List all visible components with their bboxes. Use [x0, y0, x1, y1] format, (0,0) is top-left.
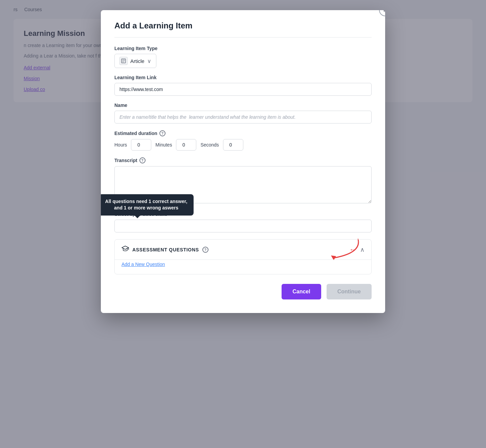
hours-input[interactable]: [131, 139, 151, 151]
assessment-title: ASSESSMENT QUESTIONS: [132, 247, 199, 252]
learning-item-link-group: Learning Item Link: [114, 75, 372, 96]
learning-item-type-label: Learning Item Type: [114, 46, 372, 51]
chevron-down-icon: ∨: [147, 58, 151, 64]
modal-footer: Cancel Continue: [114, 284, 372, 299]
estimated-duration-info-icon[interactable]: ?: [159, 130, 165, 136]
name-group: Name: [114, 103, 372, 124]
skills-input[interactable]: [114, 220, 372, 232]
modal-divider: [114, 37, 372, 38]
estimated-duration-label: Estimated duration ?: [114, 130, 372, 136]
skills-group: Select up to three skills All questions …: [114, 211, 372, 232]
estimated-duration-group: Estimated duration ? Hours Minutes Secon…: [114, 130, 372, 151]
learning-item-type-dropdown[interactable]: Article ∨: [114, 54, 156, 68]
assessment-header[interactable]: ASSESSMENT QUESTIONS ? ← ∧: [115, 240, 371, 260]
cancel-button[interactable]: Cancel: [282, 284, 321, 299]
red-arrow-indicator: ←: [349, 246, 356, 253]
seconds-input[interactable]: [223, 139, 243, 151]
name-label: Name: [114, 103, 372, 108]
minutes-label: Minutes: [155, 142, 172, 148]
skills-tooltip: All questions need 1 correct answer, and…: [101, 194, 194, 216]
assessment-info-icon[interactable]: ?: [202, 247, 208, 253]
learning-item-type-group: Learning Item Type Article ∨: [114, 46, 372, 68]
seconds-label: Seconds: [200, 142, 219, 148]
article-icon: [119, 57, 128, 65]
assessment-section: ASSESSMENT QUESTIONS ? ← ∧ Add a New Que…: [114, 239, 372, 274]
modal-overlay: × Add a Learning Item Learning Item Type…: [0, 0, 486, 448]
transcript-label: Transcript ?: [114, 157, 372, 163]
learning-item-link-input[interactable]: [114, 83, 372, 96]
modal-dialog: × Add a Learning Item Learning Item Type…: [101, 10, 385, 313]
name-input[interactable]: [114, 111, 372, 124]
skills-input-container: All questions need 1 correct answer, and…: [114, 220, 372, 232]
continue-button[interactable]: Continue: [327, 284, 372, 299]
assessment-header-right: ← ∧: [349, 246, 364, 253]
hours-label: Hours: [114, 142, 127, 148]
add-new-question-button[interactable]: Add a New Question: [122, 262, 165, 267]
type-dropdown-value: Article: [130, 58, 145, 64]
modal-title: Add a Learning Item: [114, 21, 372, 30]
assessment-header-left: ASSESSMENT QUESTIONS ?: [122, 245, 208, 254]
collapse-icon: ∧: [360, 246, 364, 253]
modal-close-button[interactable]: ×: [379, 10, 385, 16]
graduation-cap-icon: [122, 245, 129, 254]
minutes-input[interactable]: [176, 139, 196, 151]
learning-item-link-label: Learning Item Link: [114, 75, 372, 80]
assessment-body: Add a New Question: [115, 260, 371, 274]
transcript-info-icon[interactable]: ?: [139, 157, 146, 163]
duration-row: Hours Minutes Seconds: [114, 139, 372, 151]
assessment-section-container: ASSESSMENT QUESTIONS ? ← ∧ Add a New Que…: [114, 239, 372, 274]
